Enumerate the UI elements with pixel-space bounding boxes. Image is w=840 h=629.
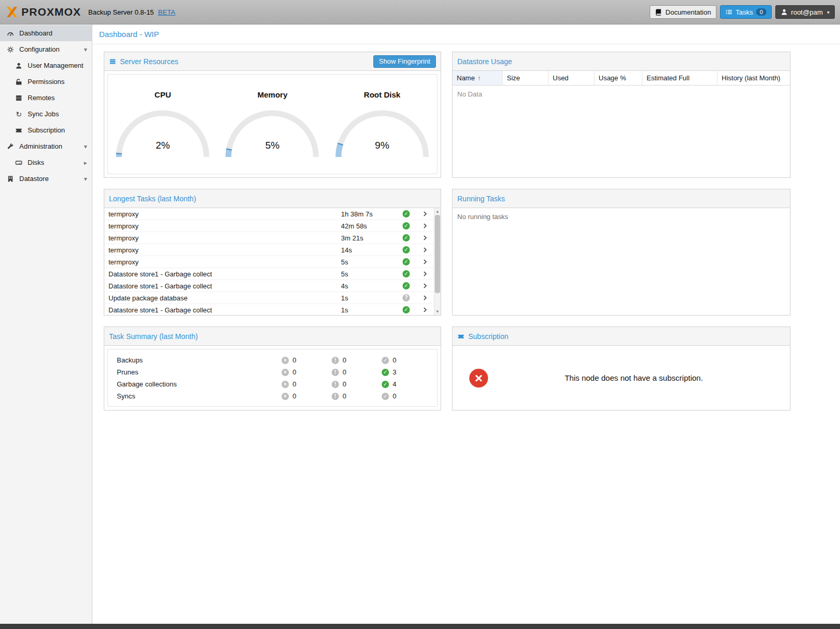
sort-asc-icon: ↑: [478, 75, 481, 82]
ok-count: ✓0: [382, 392, 432, 400]
longest-tasks-body: termproxy1h 38m 7s✓termproxy42m 58s✓term…: [104, 208, 441, 315]
caret-down-icon[interactable]: ▾: [84, 46, 87, 53]
documentation-button[interactable]: Documentation: [650, 5, 716, 19]
sidebar-item-administration[interactable]: Administration▾: [0, 138, 92, 154]
longest-tasks-panel: Longest Tasks (last Month) termproxy1h 3…: [104, 189, 441, 316]
open-task-button[interactable]: [416, 222, 434, 229]
column-header-name[interactable]: Name↑: [453, 71, 503, 85]
task-row[interactable]: termproxy5s✓: [104, 256, 434, 268]
building-icon: [6, 175, 15, 183]
sidebar-item-user-management[interactable]: User Management: [0, 57, 92, 74]
summary-row-backups: Backups×0!0✓0: [108, 354, 437, 366]
app: PROXMOX Backup Server 0.8-15 BETA Docume…: [0, 0, 840, 629]
sidebar-item-subscription[interactable]: Subscription: [0, 122, 92, 138]
ticket-icon: [457, 333, 465, 340]
error-count-icon: ×: [282, 381, 289, 388]
gauge-value: 2%: [116, 140, 210, 151]
running-tasks-panel: Running Tasks No running tasks: [452, 189, 790, 316]
subscription-message: This node does not have a subscription.: [488, 373, 780, 382]
task-row[interactable]: termproxy1h 38m 7s✓: [104, 208, 434, 220]
error-count-icon: ×: [282, 369, 289, 376]
caret-down-icon[interactable]: ▾: [84, 175, 87, 183]
scrollbar-thumb[interactable]: [435, 215, 440, 293]
warning-count: !0: [332, 380, 382, 388]
task-row[interactable]: termproxy3m 21s✓: [104, 232, 434, 244]
scroll-up-icon[interactable]: ▲: [434, 208, 441, 215]
tasks-button[interactable]: Tasks 0: [720, 5, 772, 19]
warning-count: !0: [332, 356, 382, 364]
content: Server Resources Show Fingerprint CPU2%M…: [92, 44, 840, 624]
server-icon: [15, 94, 23, 102]
warning-count-icon: !: [332, 357, 339, 364]
gauge-value: 9%: [335, 140, 429, 151]
column-header-used[interactable]: Used: [549, 71, 594, 85]
ok-icon: ✓: [403, 270, 410, 277]
open-task-button[interactable]: [416, 234, 434, 241]
ok-icon: ✓: [403, 246, 410, 253]
user-menu-button[interactable]: root@pam ▾: [775, 5, 835, 19]
sync-icon: ↻: [15, 111, 23, 118]
error-count: ×0: [282, 356, 332, 364]
server-resources-panel: Server Resources Show Fingerprint CPU2%M…: [104, 52, 441, 178]
sidebar-item-dashboard[interactable]: Dashboard: [0, 25, 92, 41]
gauge-memory: Memory5%: [217, 75, 327, 174]
task-row[interactable]: termproxy42m 58s✓: [104, 220, 434, 232]
ok-icon: ✓: [382, 369, 389, 376]
main: Dashboard - WIP Server Resources Show Fi…: [92, 25, 840, 624]
scrollbar[interactable]: ▲ ▼: [434, 208, 441, 315]
ok-icon: ✓: [403, 258, 410, 265]
open-task-button[interactable]: [416, 306, 434, 313]
page-header: Dashboard - WIP: [92, 25, 840, 44]
caret-right-icon[interactable]: ▸: [84, 159, 87, 166]
panel-title: Longest Tasks (last Month): [109, 195, 196, 203]
book-icon: [655, 8, 662, 16]
column-header-estimated-full[interactable]: Estimated Full: [642, 71, 717, 85]
error-count-icon: ×: [282, 393, 289, 400]
error-count: ×0: [282, 380, 332, 388]
open-task-button[interactable]: [416, 246, 434, 253]
task-summary-header: Task Summary (last Month): [104, 327, 441, 346]
ok-count: ✓4: [382, 380, 432, 388]
user-icon: [781, 8, 788, 16]
topbar-actions: Documentation Tasks 0 root@pam ▾: [650, 5, 835, 19]
warning-count: !0: [332, 392, 382, 400]
subscription-header: Subscription: [453, 327, 790, 346]
task-row[interactable]: Datastore store1 - Garbage collect5s✓: [104, 268, 434, 280]
sidebar-item-sync-jobs[interactable]: ↻Sync Jobs: [0, 106, 92, 122]
summary-row-prunes: Prunes×0!0✓3: [108, 366, 437, 378]
task-summary-table: Backups×0!0✓0Prunes×0!0✓3Garbage collect…: [107, 349, 437, 407]
show-fingerprint-button[interactable]: Show Fingerprint: [373, 55, 436, 68]
gauges-box: CPU2%Memory5%Root Disk9%: [107, 74, 437, 174]
task-row[interactable]: termproxy14s✓: [104, 244, 434, 256]
caret-down-icon[interactable]: ▾: [84, 143, 87, 150]
error-count-icon: ×: [282, 357, 289, 364]
warning-count: !0: [332, 368, 382, 376]
warning-count-icon: !: [332, 381, 339, 388]
sidebar-item-disks[interactable]: Disks▸: [0, 154, 92, 171]
ok-zero-icon: ✓: [382, 357, 389, 364]
tasks-count-badge: 0: [756, 8, 766, 16]
sidebar-item-datastore[interactable]: Datastore▾: [0, 171, 92, 187]
beta-link[interactable]: BETA: [158, 8, 175, 16]
open-task-button[interactable]: [416, 210, 434, 217]
no-subscription-icon: ×: [469, 369, 488, 388]
column-header-usage[interactable]: Usage %: [594, 71, 642, 85]
open-task-button[interactable]: [416, 294, 434, 301]
brand-text: PROXMOX: [21, 6, 81, 18]
task-row[interactable]: Update package database1s?: [104, 292, 434, 304]
open-task-button[interactable]: [416, 282, 434, 289]
task-row[interactable]: Datastore store1 - Garbage collect1s✓: [104, 304, 434, 315]
topbar: PROXMOX Backup Server 0.8-15 BETA Docume…: [0, 0, 840, 25]
sidebar-item-remotes[interactable]: Remotes: [0, 90, 92, 106]
column-header-history-last-month[interactable]: History (last Month): [717, 71, 790, 85]
scroll-down-icon[interactable]: ▼: [434, 308, 441, 315]
sidebar-item-permissions[interactable]: Permissions: [0, 74, 92, 90]
open-task-button[interactable]: [416, 270, 434, 277]
proxmox-x-icon: [5, 5, 19, 19]
panel-title: Datastore Usage: [457, 57, 512, 66]
column-header-size[interactable]: Size: [503, 71, 549, 85]
task-row[interactable]: Datastore store1 - Garbage collect4s✓: [104, 280, 434, 292]
open-task-button[interactable]: [416, 258, 434, 265]
ok-icon: ✓: [382, 381, 389, 388]
sidebar-item-configuration[interactable]: Configuration▾: [0, 41, 92, 57]
